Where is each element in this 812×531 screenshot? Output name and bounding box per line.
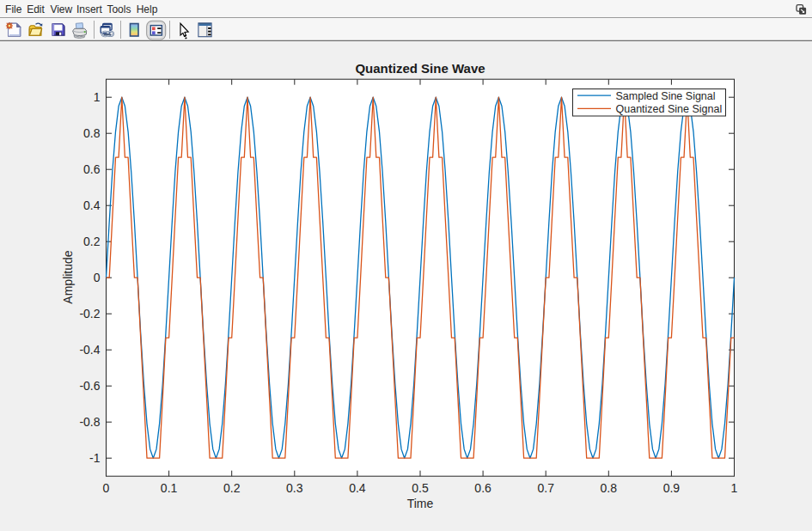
svg-text:0.4: 0.4 bbox=[83, 198, 101, 212]
svg-text:Time: Time bbox=[407, 497, 434, 510]
svg-text:-0.8: -0.8 bbox=[79, 415, 100, 429]
svg-text:File: File bbox=[5, 3, 22, 15]
svg-text:0.5: 0.5 bbox=[412, 481, 429, 495]
svg-text:Quantized Sine Signal: Quantized Sine Signal bbox=[616, 103, 723, 115]
svg-text:0.7: 0.7 bbox=[537, 481, 554, 495]
svg-text:0.9: 0.9 bbox=[663, 481, 681, 495]
svg-text:Amplitude: Amplitude bbox=[61, 250, 75, 303]
svg-text:0.1: 0.1 bbox=[161, 481, 178, 495]
svg-text:Sampled Sine Signal: Sampled Sine Signal bbox=[616, 90, 716, 102]
svg-text:View: View bbox=[50, 3, 72, 15]
svg-text:1: 1 bbox=[94, 90, 101, 104]
svg-text:Quantized Sine Wave: Quantized Sine Wave bbox=[355, 61, 485, 76]
svg-text:0.2: 0.2 bbox=[83, 235, 101, 248]
svg-text:Edit: Edit bbox=[27, 3, 45, 15]
svg-text:Help: Help bbox=[137, 3, 158, 15]
svg-text:0.4: 0.4 bbox=[349, 481, 366, 495]
svg-text:0: 0 bbox=[103, 481, 110, 495]
svg-text:-0.2: -0.2 bbox=[79, 307, 100, 320]
svg-text:0.6: 0.6 bbox=[474, 481, 491, 495]
svg-text:Tools: Tools bbox=[107, 3, 131, 15]
svg-text:-0.6: -0.6 bbox=[79, 379, 100, 393]
svg-text:-0.4: -0.4 bbox=[79, 343, 100, 357]
svg-text:Insert: Insert bbox=[76, 3, 103, 15]
svg-text:0.6: 0.6 bbox=[83, 162, 101, 176]
svg-text:0.2: 0.2 bbox=[223, 481, 241, 495]
svg-text:1: 1 bbox=[731, 481, 738, 495]
svg-text:0: 0 bbox=[94, 271, 101, 284]
svg-text:0.3: 0.3 bbox=[286, 481, 303, 495]
svg-text:0.8: 0.8 bbox=[83, 126, 101, 140]
svg-text:0.8: 0.8 bbox=[601, 481, 618, 495]
svg-text:-1: -1 bbox=[89, 451, 101, 465]
